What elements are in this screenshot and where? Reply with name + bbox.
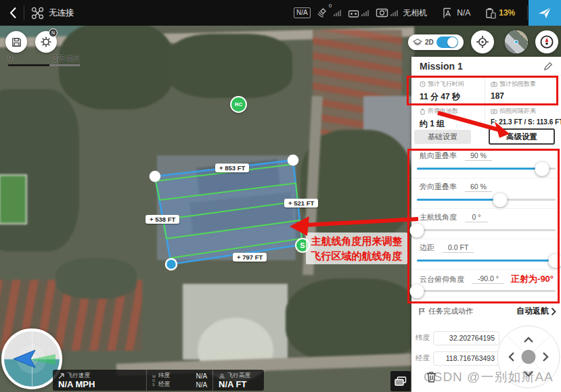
- watermark: CSDN @一别如斯AA: [424, 368, 554, 386]
- back-button[interactable]: [9, 7, 17, 19]
- slider-value-field[interactable]: -90.0 °: [472, 274, 504, 284]
- slider-label: 旁向重叠率: [420, 182, 457, 192]
- finish-action-row[interactable]: 任务完成动作 自动返航: [411, 302, 561, 320]
- slider-thumb[interactable]: [549, 253, 561, 268]
- slider-label: 航向重叠率: [420, 151, 457, 161]
- scale-end-label: 375 英尺: [53, 54, 80, 64]
- settings-tabs: 基础设置 高级设置: [411, 128, 561, 146]
- altitude-value: N/A FT: [219, 380, 259, 389]
- camera-status: 无相机: [403, 7, 427, 19]
- flag-icon: [418, 308, 426, 316]
- tab-label: 高级设置: [506, 132, 537, 142]
- lng-row: 经度N/A: [158, 381, 207, 389]
- gear-icon: [40, 36, 52, 48]
- slider-thumb[interactable]: [410, 223, 424, 237]
- satellite-icon: [316, 8, 328, 18]
- map-mode-toggle-pill[interactable]: 2D: [408, 34, 464, 50]
- save-icon: [11, 36, 22, 48]
- camera-fov-wedge: [30, 354, 55, 365]
- stat-label: 拍照间隔距离: [499, 107, 536, 116]
- edge-distance-label-bottom: + 797 FT: [233, 253, 267, 262]
- speed-value: N/A MPH: [58, 380, 141, 389]
- save-mission-button[interactable]: [5, 31, 27, 53]
- latitude-field[interactable]: 32.202764195: [433, 331, 499, 345]
- clock-icon: [420, 81, 426, 87]
- tab-basic-settings[interactable]: 基础设置: [414, 130, 471, 144]
- rc-battery-icon: [485, 7, 496, 19]
- longitude-label: 经度: [416, 353, 433, 363]
- slider-label: 云台俯仰角度: [420, 274, 464, 285]
- camera-icon: [491, 81, 497, 87]
- tab-advanced-settings[interactable]: 高级设置: [489, 128, 555, 145]
- latitude-value: 32.202764195: [449, 334, 495, 342]
- slider-value-field[interactable]: 0 °: [465, 213, 488, 222]
- app-screen: S + 853 FT + 521 FT + 538 FT + 797 FT RC…: [0, 0, 561, 392]
- scale-start-label: 0: [8, 54, 12, 64]
- map-camera-switch-button[interactable]: [390, 371, 411, 391]
- connection-status: 无连接: [49, 7, 74, 19]
- longitude-field[interactable]: 118.716763493: [433, 351, 499, 366]
- slider-thumb[interactable]: [535, 162, 549, 176]
- speed-icon: [58, 372, 65, 379]
- 2d-label: 2D: [425, 39, 434, 46]
- stat-label: 预计飞行时间: [428, 80, 464, 89]
- slider-track[interactable]: [417, 229, 556, 231]
- slider-track[interactable]: [417, 260, 556, 262]
- slider-thumb[interactable]: [410, 284, 424, 298]
- trash-icon[interactable]: [426, 371, 436, 383]
- compass-needles: [4, 331, 60, 387]
- stat-value: 187: [491, 91, 561, 101]
- slider-row-margin: 边距0.0 FT: [411, 239, 561, 269]
- slider-track[interactable]: [417, 168, 556, 170]
- satellite-signal-bars: [334, 10, 341, 16]
- finish-action-value: 自动返航: [516, 305, 549, 317]
- wgs-letters: WGS: [152, 374, 156, 387]
- edge-distance-label-left: + 538 FT: [145, 215, 179, 224]
- slider-value-field[interactable]: 60 %: [465, 182, 492, 192]
- gimbal-note-annotation: 正射为-90°: [511, 273, 554, 285]
- flight-mode-icon: [442, 7, 453, 19]
- altitude-icon: [219, 372, 225, 379]
- minimap-button[interactable]: [505, 30, 528, 53]
- toggle-knob: [447, 37, 457, 47]
- advanced-settings-sliders: 航向重叠率90 % 旁向重叠率60 % 主航线角度0 ° 边距0.0 FT 云台…: [411, 147, 561, 299]
- stat-flight-time: 预计飞行时间 11 分 47 秒: [411, 76, 485, 103]
- mission-header: Mission 1: [411, 57, 561, 76]
- map-scale-bar: 0 375 英尺: [8, 54, 80, 66]
- stat-photo-count: 预计拍照数量 187: [485, 76, 561, 103]
- edit-pencil-icon[interactable]: [543, 62, 553, 71]
- satellite-count: 0: [329, 3, 332, 9]
- north-label: N: [51, 30, 55, 35]
- locate-drone-button[interactable]: [471, 30, 494, 53]
- 2d-toggle-switch[interactable]: [436, 36, 458, 48]
- minimap-position-dot: [514, 40, 518, 44]
- stat-batteries: 所需电池数 约 1 组: [411, 103, 485, 130]
- takeoff-button[interactable]: [529, 0, 561, 26]
- slider-label: 边距: [420, 243, 434, 253]
- flight-mode-value: N/A: [457, 8, 470, 18]
- slider-value-field[interactable]: 90 %: [465, 151, 492, 161]
- telemetry-altitude: 飞行高度 N/A FT: [212, 370, 264, 391]
- telemetry-speed: 飞行速度 N/A MPH: [53, 370, 146, 391]
- slider-track[interactable]: [417, 290, 556, 292]
- gps-mode-badge: N/A: [294, 7, 311, 18]
- rc-home-marker[interactable]: RC: [230, 96, 247, 113]
- compass-reset-button[interactable]: [535, 30, 558, 53]
- slider-fill: [417, 199, 500, 201]
- layers-icon: [413, 39, 422, 47]
- telemetry-bar: 飞行速度 N/A MPH WGS 纬度N/A 经度N/A 飞行高度 N/A FT: [53, 370, 264, 391]
- battery-icon: [420, 108, 426, 115]
- mission-stats: 预计飞行时间 11 分 47 秒 预计拍照数量 187 所需电池数 约 1 组 …: [411, 76, 561, 128]
- dpad-center-knob[interactable]: [522, 350, 536, 364]
- slider-label: 主航线角度: [420, 212, 457, 222]
- annotation-line-1: 主航线角度用来调整: [311, 234, 403, 249]
- slider-track[interactable]: [417, 199, 556, 201]
- mission-panel: Mission 1 预计飞行时间 11 分 47 秒 预计拍照数量 187 所需…: [411, 57, 561, 392]
- slider-value-field[interactable]: 0.0 FT: [443, 243, 474, 253]
- drone-icon: [31, 7, 44, 20]
- edge-distance-label-right: + 521 FT: [284, 199, 318, 207]
- annotation-line-2: 飞行区域的航线角度: [311, 249, 403, 264]
- pip-icon: [395, 376, 407, 387]
- slider-thumb[interactable]: [493, 193, 508, 207]
- slider-row-route-angle: 主航线角度0 °: [411, 208, 561, 239]
